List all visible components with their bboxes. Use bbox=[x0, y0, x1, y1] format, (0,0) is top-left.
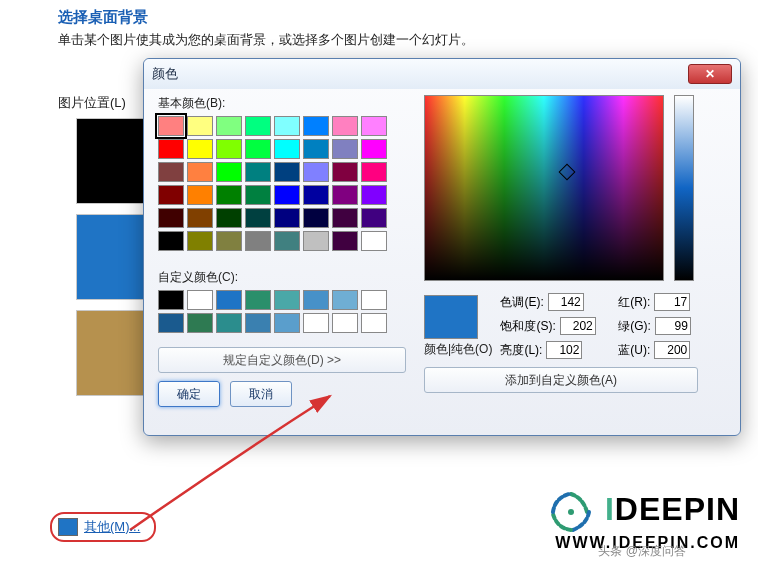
basic-color-swatch[interactable] bbox=[332, 139, 358, 159]
color-gradient-picker[interactable] bbox=[424, 95, 664, 281]
basic-color-swatch[interactable] bbox=[245, 116, 271, 136]
custom-color-swatch[interactable] bbox=[245, 313, 271, 333]
other-color-link[interactable]: 其他(M)... bbox=[84, 518, 140, 536]
basic-color-swatch[interactable] bbox=[187, 231, 213, 251]
ok-button[interactable]: 确定 bbox=[158, 381, 220, 407]
basic-color-swatch[interactable] bbox=[158, 208, 184, 228]
custom-color-swatch[interactable] bbox=[158, 290, 184, 310]
green-label: 绿(G): bbox=[618, 318, 651, 335]
basic-color-swatch[interactable] bbox=[158, 185, 184, 205]
basic-color-swatch[interactable] bbox=[187, 139, 213, 159]
basic-color-swatch[interactable] bbox=[361, 116, 387, 136]
basic-color-swatch[interactable] bbox=[158, 231, 184, 251]
custom-color-swatch[interactable] bbox=[274, 290, 300, 310]
define-custom-color-button[interactable]: 规定自定义颜色(D) >> bbox=[158, 347, 406, 373]
basic-color-swatch[interactable] bbox=[245, 162, 271, 182]
custom-color-swatch[interactable] bbox=[245, 290, 271, 310]
blue-input[interactable] bbox=[654, 341, 690, 359]
attribution-text: 头条 @深度问答 bbox=[598, 543, 686, 560]
color-preview bbox=[424, 295, 478, 339]
basic-color-swatch[interactable] bbox=[216, 208, 242, 228]
custom-color-swatch[interactable] bbox=[303, 313, 329, 333]
basic-color-swatch[interactable] bbox=[361, 231, 387, 251]
custom-color-swatch[interactable] bbox=[216, 290, 242, 310]
basic-color-swatch[interactable] bbox=[216, 116, 242, 136]
dialog-title: 颜色 bbox=[152, 59, 178, 89]
custom-color-swatch[interactable] bbox=[187, 313, 213, 333]
custom-color-grid bbox=[158, 290, 410, 333]
basic-color-swatch[interactable] bbox=[245, 231, 271, 251]
svg-point-0 bbox=[568, 509, 574, 515]
basic-color-swatch[interactable] bbox=[187, 208, 213, 228]
basic-color-swatch[interactable] bbox=[361, 185, 387, 205]
basic-color-swatch[interactable] bbox=[361, 162, 387, 182]
green-input[interactable] bbox=[655, 317, 691, 335]
basic-color-grid bbox=[158, 116, 410, 251]
cancel-button[interactable]: 取消 bbox=[230, 381, 292, 407]
logo-swirl-icon bbox=[543, 490, 599, 534]
basic-colors-label: 基本颜色(B): bbox=[158, 95, 410, 112]
lum-label: 亮度(L): bbox=[500, 342, 542, 359]
blue-label: 蓝(U): bbox=[618, 342, 650, 359]
basic-color-swatch[interactable] bbox=[187, 116, 213, 136]
hue-input[interactable] bbox=[548, 293, 584, 311]
page-title: 选择桌面背景 bbox=[0, 0, 758, 31]
color-preview-label: 颜色|纯色(O) bbox=[424, 341, 492, 358]
add-to-custom-button[interactable]: 添加到自定义颜色(A) bbox=[424, 367, 698, 393]
basic-color-swatch[interactable] bbox=[216, 139, 242, 159]
color-dialog: 颜色 ✕ 基本颜色(B): 自定义颜色(C): 规定自定义颜色(D) >> 确定… bbox=[143, 58, 741, 436]
custom-color-swatch[interactable] bbox=[158, 313, 184, 333]
basic-color-swatch[interactable] bbox=[332, 162, 358, 182]
lum-input[interactable] bbox=[546, 341, 582, 359]
custom-color-swatch[interactable] bbox=[274, 313, 300, 333]
custom-color-swatch[interactable] bbox=[216, 313, 242, 333]
close-icon: ✕ bbox=[705, 59, 715, 89]
basic-color-swatch[interactable] bbox=[332, 185, 358, 205]
basic-color-swatch[interactable] bbox=[332, 116, 358, 136]
custom-color-swatch[interactable] bbox=[303, 290, 329, 310]
basic-color-swatch[interactable] bbox=[274, 116, 300, 136]
basic-color-swatch[interactable] bbox=[274, 231, 300, 251]
sat-input[interactable] bbox=[560, 317, 596, 335]
basic-color-swatch[interactable] bbox=[303, 139, 329, 159]
sat-label: 饱和度(S): bbox=[500, 318, 555, 335]
basic-color-swatch[interactable] bbox=[274, 208, 300, 228]
basic-color-swatch[interactable] bbox=[187, 185, 213, 205]
custom-color-swatch[interactable] bbox=[332, 290, 358, 310]
basic-color-swatch[interactable] bbox=[274, 139, 300, 159]
picture-location-label: 图片位置(L) bbox=[58, 94, 126, 112]
basic-color-swatch[interactable] bbox=[158, 162, 184, 182]
luminance-slider[interactable] bbox=[674, 95, 694, 281]
custom-color-swatch[interactable] bbox=[361, 290, 387, 310]
basic-color-swatch[interactable] bbox=[332, 208, 358, 228]
red-input[interactable] bbox=[654, 293, 690, 311]
basic-color-swatch[interactable] bbox=[245, 185, 271, 205]
custom-color-swatch[interactable] bbox=[361, 313, 387, 333]
basic-color-swatch[interactable] bbox=[303, 185, 329, 205]
other-color-swatch bbox=[58, 518, 78, 536]
basic-color-swatch[interactable] bbox=[303, 208, 329, 228]
basic-color-swatch[interactable] bbox=[216, 231, 242, 251]
basic-color-swatch[interactable] bbox=[245, 139, 271, 159]
basic-color-swatch[interactable] bbox=[361, 208, 387, 228]
custom-color-swatch[interactable] bbox=[187, 290, 213, 310]
basic-color-swatch[interactable] bbox=[303, 231, 329, 251]
basic-color-swatch[interactable] bbox=[245, 208, 271, 228]
basic-color-swatch[interactable] bbox=[216, 162, 242, 182]
basic-color-swatch[interactable] bbox=[216, 185, 242, 205]
basic-color-swatch[interactable] bbox=[274, 185, 300, 205]
basic-color-swatch[interactable] bbox=[361, 139, 387, 159]
basic-color-swatch[interactable] bbox=[303, 116, 329, 136]
basic-color-swatch[interactable] bbox=[158, 116, 184, 136]
dialog-titlebar: 颜色 ✕ bbox=[144, 59, 740, 89]
brand-rest: DEEPIN bbox=[615, 491, 740, 527]
hue-label: 色调(E): bbox=[500, 294, 543, 311]
basic-color-swatch[interactable] bbox=[158, 139, 184, 159]
basic-color-swatch[interactable] bbox=[332, 231, 358, 251]
basic-color-swatch[interactable] bbox=[187, 162, 213, 182]
close-button[interactable]: ✕ bbox=[688, 64, 732, 84]
red-label: 红(R): bbox=[618, 294, 650, 311]
custom-color-swatch[interactable] bbox=[332, 313, 358, 333]
basic-color-swatch[interactable] bbox=[274, 162, 300, 182]
basic-color-swatch[interactable] bbox=[303, 162, 329, 182]
